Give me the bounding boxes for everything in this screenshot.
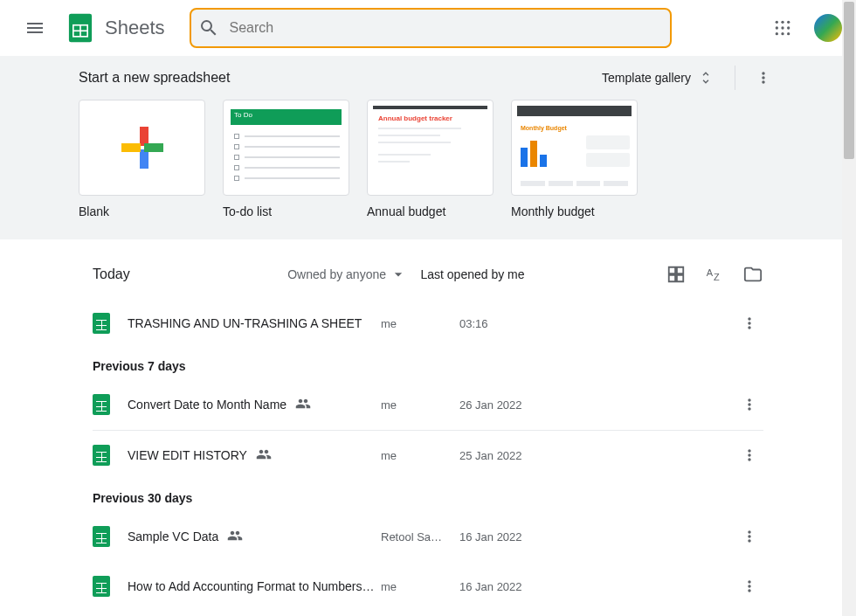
sheets-file-icon	[93, 394, 128, 415]
template-thumb-todo: To Do	[223, 100, 349, 196]
hamburger-icon	[24, 17, 45, 38]
document-row[interactable]: VIEW EDIT HISTORY me 25 Jan 2022	[79, 431, 777, 481]
template-thumb-annual: Annual budget tracker	[367, 100, 494, 196]
svg-text:Z: Z	[714, 272, 720, 282]
template-label: Blank	[79, 204, 205, 218]
document-row[interactable]: Convert Date to Month Name me 26 Jan 202…	[79, 380, 777, 430]
sort-button[interactable]: Last opened by me	[407, 267, 538, 281]
plus-icon	[121, 127, 163, 169]
section-heading: Today	[93, 266, 259, 282]
open-file-picker-button[interactable]	[742, 264, 763, 285]
document-owner: me	[381, 580, 459, 593]
document-owner: me	[381, 398, 459, 412]
owner-filter-label: Owned by anyone	[287, 267, 386, 281]
templates-title: Start a new spreadsheet	[79, 70, 230, 86]
logo[interactable]: Sheets	[63, 10, 165, 45]
document-owner: me	[381, 317, 459, 330]
scrollbar-thumb[interactable]	[844, 2, 854, 159]
sheets-file-icon	[93, 576, 128, 597]
svg-point-4	[776, 21, 778, 24]
document-more-button[interactable]	[735, 309, 763, 337]
arrow-drop-down-icon	[390, 266, 407, 283]
search-input[interactable]	[230, 20, 663, 36]
document-date: 16 Jan 2022	[459, 580, 582, 593]
document-date: 16 Jan 2022	[459, 530, 582, 543]
svg-point-11	[781, 32, 784, 35]
template-blank[interactable]: Blank	[79, 100, 205, 218]
template-thumb-blank	[79, 100, 205, 196]
svg-point-8	[781, 26, 784, 29]
document-name: Convert Date to Month Name	[128, 396, 381, 414]
more-vert-icon	[741, 446, 758, 464]
document-date: 03:16	[459, 317, 582, 330]
divider	[735, 66, 735, 90]
app-name: Sheets	[105, 17, 165, 39]
svg-text:A: A	[707, 267, 714, 278]
apps-grid-icon	[774, 19, 791, 37]
view-controls: AZ	[538, 264, 763, 285]
more-vert-icon	[741, 528, 758, 545]
document-row[interactable]: How to Add Accounting Format to Numbers……	[79, 562, 777, 612]
document-date: 25 Jan 2022	[459, 449, 582, 462]
document-more-button[interactable]	[735, 572, 763, 600]
section-heading: Previous 30 days	[79, 481, 777, 512]
svg-point-9	[787, 26, 790, 29]
header-right	[765, 10, 842, 45]
document-list-header: Today Owned by anyone Last opened by me …	[79, 257, 777, 299]
document-list-section: Today Owned by anyone Last opened by me …	[0, 239, 856, 612]
shared-icon	[295, 396, 311, 414]
svg-point-12	[787, 32, 790, 35]
shared-icon	[227, 528, 243, 546]
scrollbar[interactable]	[842, 0, 856, 616]
templates-more-button[interactable]	[749, 64, 777, 92]
search-bar[interactable]	[190, 8, 672, 48]
document-name: How to Add Accounting Format to Numbers…	[128, 579, 381, 593]
grid-view-button[interactable]	[666, 264, 687, 285]
document-row[interactable]: TRASHING AND UN-TRASHING A SHEET me 03:1…	[79, 299, 777, 349]
document-name: Sample VC Data	[128, 528, 381, 546]
template-gallery-label: Template gallery	[602, 71, 691, 85]
template-gallery-button[interactable]: Template gallery	[595, 66, 721, 89]
unfold-icon	[698, 70, 714, 86]
more-vert-icon	[755, 69, 772, 87]
svg-point-7	[776, 26, 778, 29]
template-monthly-budget[interactable]: Monthly Budget Monthly budget	[511, 100, 638, 218]
header: Sheets	[0, 0, 856, 56]
google-apps-button[interactable]	[765, 10, 800, 45]
grid-view-icon	[666, 265, 686, 284]
section-heading: Previous 7 days	[79, 349, 777, 380]
document-date: 26 Jan 2022	[459, 398, 582, 412]
document-more-button[interactable]	[735, 441, 763, 469]
svg-point-10	[776, 32, 778, 35]
sheets-logo-icon	[63, 10, 98, 45]
sheets-file-icon	[93, 313, 128, 334]
more-vert-icon	[741, 315, 758, 332]
main-menu-button[interactable]	[14, 7, 56, 49]
sort-az-button[interactable]: AZ	[704, 264, 725, 285]
template-label: Annual budget	[367, 204, 494, 218]
sort-az-icon: AZ	[705, 265, 724, 284]
template-todo[interactable]: To Do To-do list	[223, 100, 349, 218]
sort-label: Last opened by me	[420, 267, 524, 281]
shared-icon	[256, 446, 272, 465]
account-avatar[interactable]	[814, 14, 842, 42]
templates-row: Blank To Do To-do list	[79, 100, 777, 218]
owner-filter-dropdown[interactable]: Owned by anyone	[259, 266, 407, 283]
svg-point-6	[787, 21, 790, 24]
more-vert-icon	[741, 578, 758, 595]
template-thumb-monthly: Monthly Budget	[511, 100, 638, 196]
sheets-file-icon	[93, 526, 128, 547]
sheets-file-icon	[93, 445, 128, 466]
document-more-button[interactable]	[735, 523, 763, 550]
document-owner: me	[381, 449, 459, 462]
template-label: Monthly budget	[511, 204, 638, 218]
document-row[interactable]: Sample VC Data Retool Sa… 16 Jan 2022	[79, 512, 777, 562]
folder-icon	[743, 265, 763, 284]
template-annual-budget[interactable]: Annual budget tracker Annual budget	[367, 100, 494, 218]
template-label: To-do list	[223, 204, 349, 218]
svg-point-5	[781, 21, 784, 24]
templates-header: Start a new spreadsheet Template gallery	[79, 70, 777, 86]
document-owner: Retool Sa…	[381, 530, 459, 543]
document-more-button[interactable]	[735, 391, 763, 419]
document-name: VIEW EDIT HISTORY	[128, 446, 381, 465]
